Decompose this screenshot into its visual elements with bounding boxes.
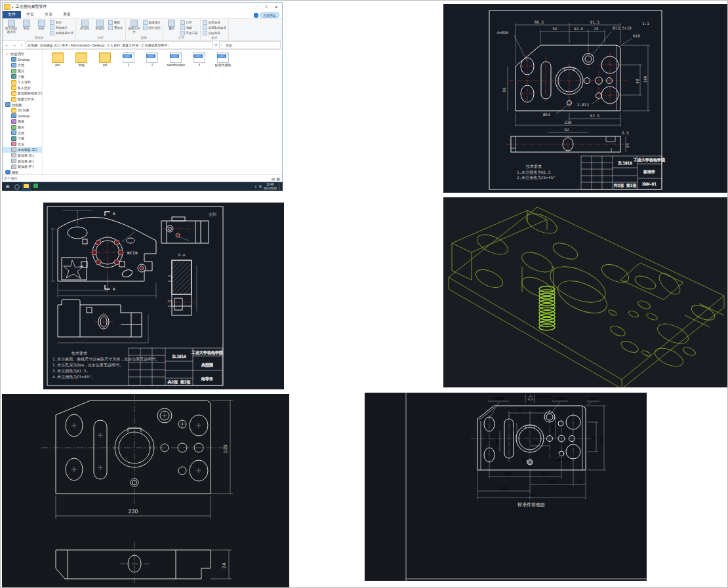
breadcrumb-segment[interactable]: 用户› (62, 43, 71, 47)
file-item[interactable]: pdf (94, 52, 116, 68)
sidebar-item[interactable]: 图片 (3, 125, 42, 130)
svg-text:100: 100 (599, 436, 603, 442)
sidebar-item[interactable]: 新加卷 (F:) (3, 164, 42, 170)
up-button[interactable]: ↑ (18, 43, 24, 47)
start-button[interactable]: ⊞ (3, 182, 12, 191)
copy-path-button[interactable]: 复制路径 (50, 26, 73, 30)
breadcrumb-segment[interactable]: 此电脑› (28, 43, 40, 47)
app-taskbar-icon[interactable] (31, 182, 40, 191)
refresh-icon[interactable]: ⟳ (214, 43, 218, 47)
sidebar-item[interactable]: 视频 (3, 119, 42, 125)
show-desktop-button[interactable] (279, 183, 281, 190)
sidebar-item[interactable]: 3D 对象 (3, 108, 42, 113)
ribbon-tab[interactable]: 查看 (58, 11, 76, 18)
breadcrumb[interactable]: 此电脑›本地磁盘 (C:)›用户›Administrator›Desktop›个… (26, 41, 213, 49)
sidebar-item[interactable]: 新建文件夹 (3, 96, 42, 102)
sidebar-item[interactable]: 此电脑 (3, 102, 42, 108)
sidebar-item[interactable]: 私人照片 (3, 85, 42, 91)
minimize-button[interactable]: – (252, 5, 261, 9)
search-box[interactable]: ⌕ (219, 41, 281, 49)
thumbnail-view-icon[interactable]: ▦ (276, 176, 280, 181)
frame-lines (406, 393, 647, 581)
sidebar-item[interactable]: 新加卷 (D:) (3, 153, 42, 159)
sidebar-item[interactable]: Desktop (3, 57, 42, 63)
invert-selection-button[interactable]: 反向选择 (203, 31, 226, 35)
file-item[interactable]: 1 (117, 52, 140, 68)
copy-path-icon (50, 26, 54, 30)
move-to-button[interactable]: 移动到 (78, 20, 91, 31)
view-caption: 标准件前视图 (517, 502, 545, 507)
paste-shortcut-icon (50, 31, 54, 35)
sidebar-item[interactable]: 建筑图框模板文件 (3, 90, 42, 96)
sidebar-item[interactable]: 本地磁盘 (C:) (3, 147, 42, 153)
sidebar-item-icon (11, 91, 16, 96)
pin-to-quick-access-button[interactable]: 固定到快速访问 (5, 20, 18, 34)
sidebar-item[interactable]: 音乐 (3, 142, 42, 147)
breadcrumb-segment[interactable]: 个人资料› (107, 43, 123, 47)
svg-text:XWW-01: XWW-01 (642, 182, 657, 186)
paste-shortcut-button[interactable]: 粘贴快捷方式 (50, 31, 73, 35)
sidebar-item[interactable]: 图片 (3, 68, 42, 74)
svg-text:65: 65 (522, 458, 526, 461)
sidebar-item[interactable]: 新加卷 (E:) (3, 158, 42, 164)
select-all-button[interactable]: 全部选择 (203, 20, 226, 25)
breadcrumb-segment[interactable]: Desktop› (92, 43, 107, 47)
new-item-button[interactable]: 新建项目 (143, 20, 161, 25)
sidebar-item[interactable]: 快速访问 (3, 51, 42, 57)
file-item[interactable]: dwg (70, 52, 92, 68)
easy-access-button[interactable]: 轻松访问 (143, 26, 161, 30)
maximize-button[interactable]: □ (262, 5, 271, 9)
file-item[interactable]: 标准件测绘 (212, 52, 234, 68)
group-label-clipboard: 剪贴板 (5, 35, 73, 40)
rename-button[interactable]: 重命名 (108, 26, 123, 30)
sidebar-item[interactable]: Desktop (3, 113, 42, 119)
search-input[interactable] (224, 43, 279, 48)
sidebar-item-icon (11, 74, 16, 79)
paste-button[interactable]: 粘贴 (35, 20, 48, 31)
file-item[interactable]: 2 (141, 52, 163, 68)
svg-text:A: A (113, 286, 115, 291)
cut-button[interactable]: 剪切 (50, 20, 73, 25)
new-folder-icon (131, 20, 138, 27)
edit-button[interactable]: 编辑 (180, 26, 198, 30)
svg-text:NCID: NCID (127, 250, 138, 255)
sidebar-item[interactable]: 网络 (3, 169, 42, 174)
select-none-button[interactable]: 全部取消选择 (203, 26, 226, 30)
sidebar-item-label: 下载 (18, 136, 24, 140)
forward-button[interactable]: → (11, 43, 17, 47)
file-explorer-taskbar-icon[interactable] (22, 182, 31, 191)
netdisk-button[interactable]: 百度网盘 (254, 12, 279, 18)
tray-expand-icon[interactable]: ∧ (254, 185, 256, 188)
copy-button[interactable]: 复制 (20, 20, 33, 31)
search-taskbar-icon[interactable]: ◯ (12, 182, 22, 191)
new-folder-button[interactable]: 新建文件夹 (128, 20, 141, 34)
sidebar-item[interactable]: 下载 (3, 73, 42, 79)
sidebar-item[interactable]: 下载 (3, 136, 42, 142)
quick-access-toolbar[interactable]: ▾ (12, 5, 14, 9)
copy-to-button[interactable]: 复制到 (93, 20, 106, 31)
breadcrumb-segment[interactable]: 本地磁盘 (C:)› (40, 43, 62, 47)
file-item[interactable]: 3 (188, 52, 211, 68)
svg-text:42.5: 42.5 (536, 408, 544, 412)
sidebar-item[interactable]: 文档 (3, 62, 42, 68)
file-item[interactable]: biaozhunjian (165, 52, 187, 68)
list-view-icon[interactable]: ▤ (272, 176, 275, 181)
breadcrumb-segment[interactable]: 新建文件夹› (123, 43, 142, 47)
ribbon-tab[interactable]: 共享 (39, 11, 58, 18)
history-button[interactable]: 历史记录 (180, 31, 198, 35)
sidebar-item[interactable]: 文档 (3, 130, 42, 136)
open-button[interactable]: 打开 (180, 20, 198, 25)
sidebar-item[interactable]: 个人资料 (3, 79, 42, 85)
breadcrumb-segment[interactable]: Administrator› (71, 43, 92, 47)
breadcrumb-segment[interactable]: 工业测绘典型零件› (141, 43, 170, 47)
ribbon-tab[interactable]: 主页 (21, 11, 39, 18)
ime-indicator[interactable]: 英 (258, 185, 262, 188)
svg-text:19: 19 (512, 427, 516, 431)
back-button[interactable]: ← (4, 43, 10, 47)
close-button[interactable]: ✕ (272, 5, 281, 9)
clock[interactable]: 10:48 2021/8/10 (264, 183, 277, 189)
file-item[interactable]: doc (47, 52, 69, 68)
delete-button[interactable]: 删除 (108, 20, 123, 25)
ribbon-tab[interactable]: 文件 (3, 11, 21, 18)
properties-button[interactable]: 属性 (165, 20, 178, 31)
